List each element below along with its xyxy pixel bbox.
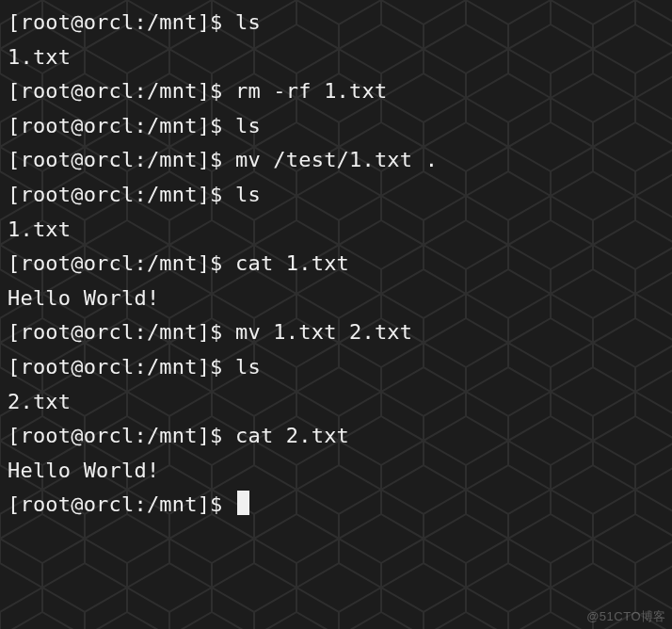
terminal-command-line: [root@orcl:/mnt]$ cat 1.txt bbox=[8, 247, 664, 282]
command-text: ls bbox=[235, 10, 261, 34]
command-text: ls bbox=[235, 355, 261, 379]
shell-prompt: [root@orcl:/mnt]$ bbox=[8, 492, 235, 516]
terminal-command-line: [root@orcl:/mnt]$ mv /test/1.txt . bbox=[8, 143, 664, 178]
shell-prompt: [root@orcl:/mnt]$ bbox=[8, 355, 235, 379]
shell-prompt: [root@orcl:/mnt]$ bbox=[8, 148, 235, 171]
terminal-command-line: [root@orcl:/mnt]$ cat 2.txt bbox=[8, 419, 664, 454]
terminal-output-line: 1.txt bbox=[8, 213, 664, 248]
output-text: 1.txt bbox=[8, 218, 71, 241]
terminal-output-line: Hello World! bbox=[8, 454, 664, 489]
output-text: Hello World! bbox=[8, 459, 159, 482]
terminal-output-line: 2.txt bbox=[8, 385, 664, 420]
shell-prompt: [root@orcl:/mnt]$ bbox=[8, 79, 235, 103]
command-text: rm -rf 1.txt bbox=[235, 79, 387, 103]
cursor-block bbox=[237, 491, 249, 515]
terminal-command-line: [root@orcl:/mnt]$ ls bbox=[8, 178, 664, 213]
shell-prompt: [root@orcl:/mnt]$ bbox=[8, 10, 235, 34]
command-text: ls bbox=[235, 183, 261, 206]
terminal-output-line: 1.txt bbox=[8, 40, 664, 75]
command-text: cat 1.txt bbox=[235, 251, 349, 275]
terminal-command-line: [root@orcl:/mnt]$ bbox=[8, 488, 664, 523]
shell-prompt: [root@orcl:/mnt]$ bbox=[8, 251, 235, 275]
terminal-command-line: [root@orcl:/mnt]$ ls bbox=[8, 109, 664, 144]
output-text: Hello World! bbox=[8, 286, 159, 310]
shell-prompt: [root@orcl:/mnt]$ bbox=[8, 114, 235, 137]
watermark-text: @51CTO博客 bbox=[586, 608, 666, 625]
output-text: 2.txt bbox=[8, 390, 71, 413]
terminal-output[interactable]: [root@orcl:/mnt]$ ls1.txt[root@orcl:/mnt… bbox=[0, 0, 672, 528]
shell-prompt: [root@orcl:/mnt]$ bbox=[8, 424, 235, 447]
output-text: 1.txt bbox=[8, 45, 71, 69]
command-text: mv 1.txt 2.txt bbox=[235, 320, 412, 344]
shell-prompt: [root@orcl:/mnt]$ bbox=[8, 183, 235, 206]
command-text: ls bbox=[235, 114, 261, 137]
command-text: cat 2.txt bbox=[235, 424, 349, 447]
terminal-command-line: [root@orcl:/mnt]$ ls bbox=[8, 350, 664, 385]
terminal-output-line: Hello World! bbox=[8, 282, 664, 316]
terminal-command-line: [root@orcl:/mnt]$ rm -rf 1.txt bbox=[8, 74, 664, 109]
terminal-command-line: [root@orcl:/mnt]$ mv 1.txt 2.txt bbox=[8, 315, 664, 350]
terminal-command-line: [root@orcl:/mnt]$ ls bbox=[8, 6, 664, 40]
shell-prompt: [root@orcl:/mnt]$ bbox=[8, 320, 235, 344]
command-text: mv /test/1.txt . bbox=[235, 148, 438, 171]
